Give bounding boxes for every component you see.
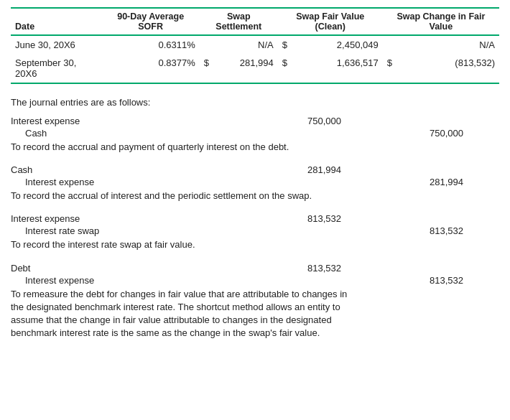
journal-line: Cash281,994 <box>11 164 499 176</box>
debit-amount <box>277 275 363 286</box>
journal-entry: Interest expense813,532Interest rate swa… <box>11 213 499 251</box>
table-cell-settlement: $281,994 <box>200 54 278 83</box>
journal-description: To record the accrual and payment of qua… <box>11 141 356 154</box>
journal-description: To remeasure the debt for changes in fai… <box>11 288 356 340</box>
journal-line: Interest expense750,000 <box>11 115 499 127</box>
account-name: Debt <box>11 263 277 274</box>
credit-amount: 281,994 <box>363 177 470 187</box>
debit-amount <box>277 128 363 139</box>
journal-entry: Debt813,532Interest expense813,532To rem… <box>11 262 499 340</box>
journal-entries: Interest expense750,000Cash750,000To rec… <box>11 115 499 340</box>
journal-section: The journal entries are as follows: Inte… <box>11 97 499 340</box>
journal-line: Interest expense281,994 <box>11 176 499 188</box>
journal-line: Interest expense813,532 <box>11 213 499 225</box>
journal-line: Debt813,532 <box>11 262 499 274</box>
journal-intro: The journal entries are as follows: <box>11 97 499 108</box>
debit-amount <box>277 225 363 236</box>
table-cell-fairvalue: $1,636,517 <box>278 54 383 83</box>
account-name: Interest rate swap <box>11 225 277 236</box>
credit-amount <box>363 164 470 175</box>
credit-amount: 813,532 <box>363 225 470 236</box>
main-table-section: Date 90-Day Average SOFR Swap Settlement… <box>11 7 499 84</box>
journal-entry: Interest expense750,000Cash750,000To rec… <box>11 115 499 154</box>
credit-amount: 750,000 <box>363 128 470 139</box>
account-name: Interest expense <box>11 116 277 126</box>
col-header-change: Swap Change in Fair Value <box>383 8 499 35</box>
journal-line: Cash750,000 <box>11 127 499 139</box>
credit-amount <box>363 263 470 274</box>
col-header-date: Date <box>11 8 102 35</box>
col-header-settlement: Swap Settlement <box>200 8 278 35</box>
sofr-table: Date 90-Day Average SOFR Swap Settlement… <box>11 7 499 84</box>
table-cell-fairvalue: $2,450,049 <box>278 35 383 54</box>
table-cell-sofr: 0.8377% <box>102 54 200 83</box>
debit-amount: 813,532 <box>277 213 363 224</box>
debit-amount: 281,994 <box>277 164 363 175</box>
journal-description: To record the accrual of interest and th… <box>11 190 356 202</box>
table-cell-date: June 30, 20X6 <box>11 35 102 54</box>
table-cell-sofr: 0.6311% <box>102 35 200 54</box>
table-cell-change: $(813,532) <box>383 54 499 83</box>
account-name: Cash <box>11 164 277 175</box>
journal-line: Interest rate swap813,532 <box>11 225 499 237</box>
debit-amount: 750,000 <box>277 116 363 126</box>
account-name: Cash <box>11 128 277 139</box>
journal-entry: Cash281,994Interest expense281,994To rec… <box>11 164 499 202</box>
journal-line: Interest expense813,532 <box>11 274 499 286</box>
debit-amount <box>277 177 363 187</box>
credit-amount <box>363 116 470 126</box>
table-cell-change: N/A <box>383 35 499 54</box>
account-name: Interest expense <box>11 177 277 187</box>
col-header-sofr: 90-Day Average SOFR <box>102 8 200 35</box>
credit-amount <box>363 213 470 224</box>
table-cell-settlement: N/A <box>200 35 278 54</box>
account-name: Interest expense <box>11 213 277 224</box>
table-cell-date: September 30, 20X6 <box>11 54 102 83</box>
account-name: Interest expense <box>11 275 277 286</box>
debit-amount: 813,532 <box>277 263 363 274</box>
col-header-fairvalue: Swap Fair Value (Clean) <box>278 8 383 35</box>
credit-amount: 813,532 <box>363 275 470 286</box>
journal-description: To record the interest rate swap at fair… <box>11 238 356 251</box>
